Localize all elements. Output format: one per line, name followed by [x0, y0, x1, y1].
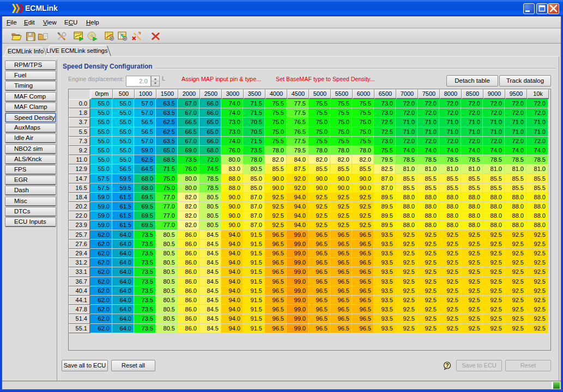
svg-text:?: ?	[445, 363, 449, 369]
